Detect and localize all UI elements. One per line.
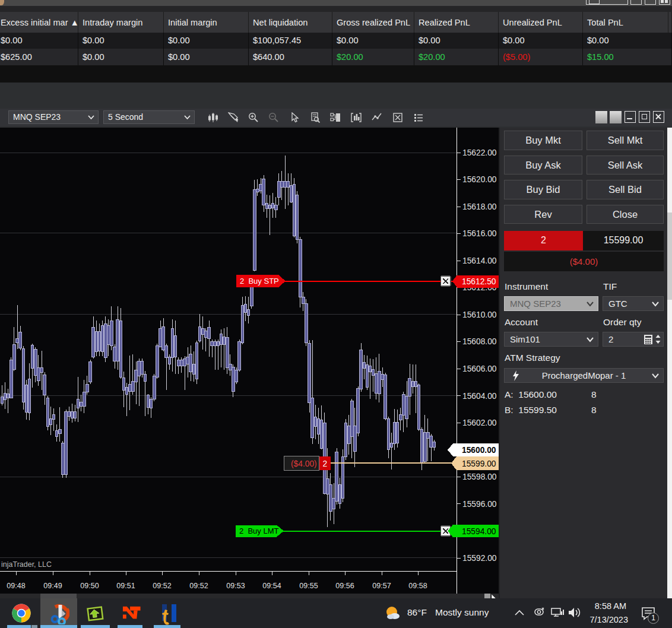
svg-text:15592.00: 15592.00 xyxy=(462,554,497,563)
svg-text:injaTrader, LLC: injaTrader, LLC xyxy=(1,560,52,569)
svg-text:09:58: 09:58 xyxy=(408,582,427,590)
svg-text:2 Buy LMT: 2 Buy LMT xyxy=(239,526,279,535)
svg-text:09:55: 09:55 xyxy=(299,582,318,590)
svg-text:15602.00: 15602.00 xyxy=(462,418,497,427)
svg-text:15608.00: 15608.00 xyxy=(462,337,497,346)
svg-text:09:56: 09:56 xyxy=(335,582,354,590)
svg-text:15618.00: 15618.00 xyxy=(462,202,497,211)
svg-text:09:51: 09:51 xyxy=(116,582,135,590)
svg-text:09:52: 09:52 xyxy=(189,582,208,590)
svg-text:15594.00: 15594.00 xyxy=(462,527,496,536)
svg-text:2 Buy STP: 2 Buy STP xyxy=(240,277,279,286)
svg-text:15622.00: 15622.00 xyxy=(462,148,497,157)
svg-text:($4.00): ($4.00) xyxy=(291,459,317,468)
svg-text:2: 2 xyxy=(323,459,328,468)
svg-text:09:52: 09:52 xyxy=(153,582,171,590)
svg-text:09:54: 09:54 xyxy=(262,582,281,590)
svg-text:15612.50: 15612.50 xyxy=(462,277,496,286)
svg-text:15606.00: 15606.00 xyxy=(462,364,497,373)
svg-text:15599.00: 15599.00 xyxy=(462,459,496,468)
svg-text:15616.00: 15616.00 xyxy=(462,229,497,238)
svg-text:09:53: 09:53 xyxy=(226,582,245,590)
svg-text:15596.00: 15596.00 xyxy=(462,500,497,509)
svg-text:15614.00: 15614.00 xyxy=(462,256,497,265)
svg-text:15600.00: 15600.00 xyxy=(462,446,496,455)
svg-text:09:48: 09:48 xyxy=(7,582,25,590)
svg-text:09:49: 09:49 xyxy=(43,582,62,590)
svg-text:09:50: 09:50 xyxy=(80,582,99,590)
svg-text:15604.00: 15604.00 xyxy=(462,392,497,401)
svg-text:15610.00: 15610.00 xyxy=(462,310,497,319)
svg-text:15598.00: 15598.00 xyxy=(462,472,497,481)
svg-text:15620.00: 15620.00 xyxy=(462,175,497,184)
svg-text:09:57: 09:57 xyxy=(372,582,391,590)
